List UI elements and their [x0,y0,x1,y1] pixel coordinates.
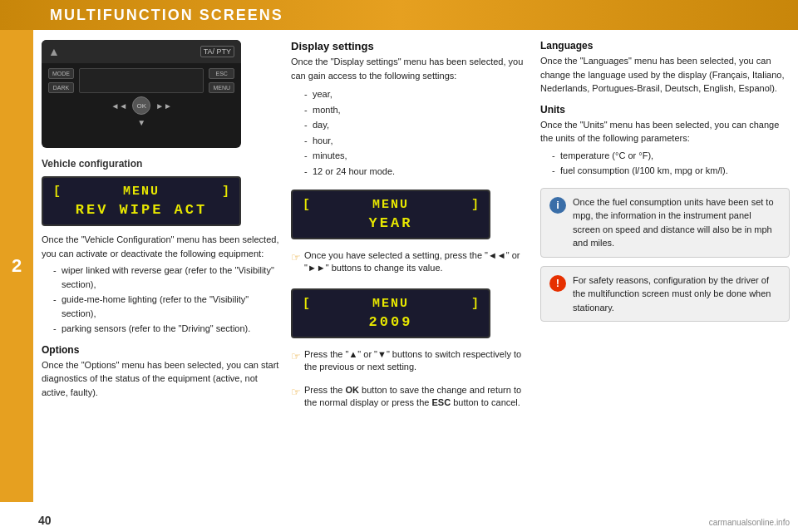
options-section: Options Once the "Options" menu has been… [42,344,283,400]
radio-right-buttons: ESC MENU [209,68,234,93]
units-fuel: fuel consumption (l/100 km, mpg or km/l)… [552,164,790,178]
radio-middle-section: MODE DARK ◄◄ OK ►► ▼ ESC MENU [42,63,241,132]
options-body: Once the "Options" menu has been selecte… [42,358,283,400]
units-title: Units [540,104,790,116]
lcd-screen-rev-wipe: [ MENU ] REV WIPE ACT [42,176,241,226]
info-box-text: Once the fuel consumption units have bee… [573,195,781,250]
display-settings-section: Display settings Once the "Display setti… [291,40,532,180]
radio-esc-btn: ESC [209,68,234,79]
arrow-symbol-3: ☞ [291,385,301,410]
display-settings-body: Once the "Display settings" menu has bee… [291,55,532,82]
units-list: temperature (°C or °F), fuel consumption… [540,149,790,178]
setting-year: year, [304,87,532,101]
chapter-tab: 2 [0,30,33,502]
lcd-bracket-open: [ [53,185,61,199]
equipment-item-1: wiper linked with reverse gear (refer to… [53,264,283,291]
lcd-bracket-close: ] [471,198,479,212]
setting-day: day, [304,118,532,132]
radio-up-arrow: ▲ [48,45,60,58]
radio-rewind-btn: ◄◄ [111,101,127,111]
lcd-rev-wipe-text: REV WIPE ACT [53,202,229,218]
warning-icon: ! [549,275,566,292]
options-title: Options [42,344,283,356]
lcd-bracket-close: ] [222,185,229,199]
lcd-bracket-open: [ [303,198,310,212]
setting-hour: hour, [304,134,532,148]
warning-box-text: For safety reasons, configuration by the… [573,273,781,315]
lcd-screen-2009: [ MENU ] 2009 [291,288,490,338]
setting-hour-mode: 12 or 24 hour mode. [304,165,532,179]
radio-device-image: ▲ TA/ PTY MODE DARK ◄◄ OK ►► ▼ [42,40,241,148]
chapter-number: 2 [12,255,22,277]
arrow-point-1: ☞ Once you have selected a setting, pres… [291,249,532,275]
radio-tapty-label: TA/ PTY [200,46,234,57]
lcd-bracket-close: ] [471,297,479,311]
warning-box: ! For safety reasons, configuration by t… [540,266,790,323]
units-text: Once the "Units" menu has been selected,… [540,118,790,145]
lcd-year-text: YEAR [303,215,479,231]
radio-top-bar: ▲ TA/ PTY [42,40,241,63]
settings-list: year, month, day, hour, minutes, 12 or 2… [291,87,532,178]
arrow-point-3: ☞ Press the OK button to save the change… [291,384,532,410]
arrow-symbol-2: ☞ [291,349,301,374]
arrow-symbol-1: ☞ [291,250,301,275]
languages-body: Once the "Languages" menu has been selec… [540,54,790,96]
radio-screen [79,68,204,93]
page-header: MULTIFUNCTION SCREENS [0,0,798,30]
languages-title: Languages [540,40,790,52]
languages-section: Languages Once the "Languages" menu has … [540,40,790,96]
info-box: i Once the fuel consumption units have b… [540,188,790,258]
left-column: ▲ TA/ PTY MODE DARK ◄◄ OK ►► ▼ [42,40,283,524]
page-number: 40 [38,514,52,527]
arrow-text-3: Press the OK button to save the change a… [304,384,532,410]
radio-menu-btn: MENU [209,82,234,93]
esc-bold: ESC [431,397,451,407]
page-title: MULTIFUNCTION SCREENS [50,7,283,24]
setting-minutes: minutes, [304,149,532,163]
arrow-point-2: ☞ Press the "▲" or "▼" buttons to switch… [291,348,532,374]
lcd-line1: [ MENU ] [53,185,229,199]
vehicle-config-body: Once the "Vehicle Configuration" menu ha… [42,233,283,337]
lcd-2009-text: 2009 [303,314,479,330]
ok-bold: OK [346,385,360,395]
radio-controls: ◄◄ OK ►► [79,96,204,115]
units-temp: temperature (°C or °F), [552,149,790,163]
radio-center-section: ◄◄ OK ►► ▼ [79,68,204,127]
lcd-bracket-open: [ [303,297,310,311]
equipment-item-3: parking sensors (refer to the "Driving" … [53,322,283,336]
radio-down-arrow: ▼ [137,118,145,127]
radio-forward-btn: ►► [155,101,172,111]
units-body: Once the "Units" menu has been selected,… [540,118,790,178]
lcd-menu-text: MENU [310,297,471,311]
main-content: ▲ TA/ PTY MODE DARK ◄◄ OK ►► ▼ [33,30,798,532]
units-section: Units Once the "Units" menu has been sel… [540,104,790,180]
radio-mode-btn: MODE [48,68,74,79]
right-column: Languages Once the "Languages" menu has … [540,40,790,524]
lcd-2009-line1: [ MENU ] [303,297,479,311]
radio-nav-buttons: ▼ [79,118,204,127]
arrow-text-1: Once you have selected a setting, press … [304,249,532,275]
equipment-item-2: guide-me-home lighting (refer to the "Vi… [53,293,283,320]
footer-website: carmanualsonline.info [709,518,790,527]
setting-month: month, [304,103,532,117]
radio-ok-btn: OK [132,96,150,115]
radio-left-buttons: MODE DARK [48,68,74,93]
middle-column: Display settings Once the "Display setti… [291,40,532,524]
radio-dark-btn: DARK [48,82,74,93]
lcd-year-line1: [ MENU ] [303,198,479,212]
lcd-menu-text: MENU [310,198,471,212]
equipment-list: wiper linked with reverse gear (refer to… [42,264,283,336]
vehicle-config-label: Vehicle configuration [42,158,283,170]
display-settings-title: Display settings [291,40,532,52]
vehicle-config-text: Once the "Vehicle Configuration" menu ha… [42,233,283,260]
lcd-menu-text: MENU [61,185,222,199]
lcd-screen-year: [ MENU ] YEAR [291,190,490,239]
info-icon: i [549,197,566,214]
arrow-text-2: Press the "▲" or "▼" buttons to switch r… [304,348,532,374]
